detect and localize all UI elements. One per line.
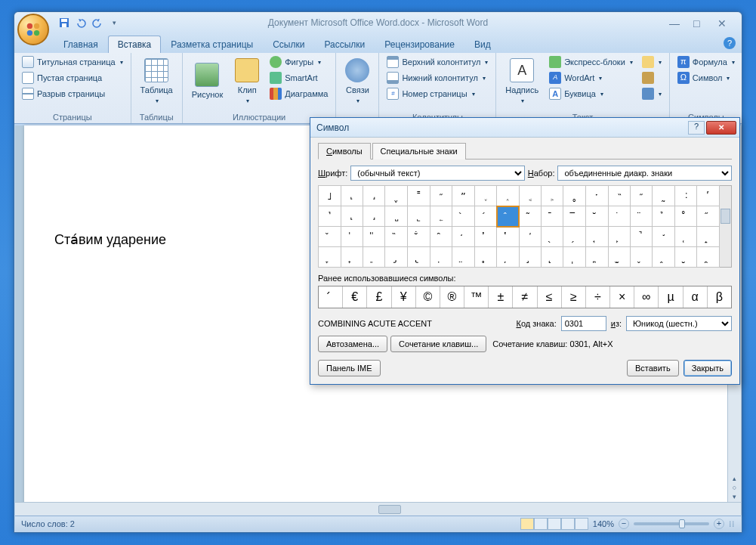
blank-page-button[interactable]: Пустая страница: [19, 70, 126, 85]
symbol-cell[interactable]: ̛: [653, 227, 675, 247]
symbol-cell[interactable]: ̀: [452, 206, 475, 227]
next-icon[interactable]: ▾: [733, 493, 736, 500]
shapes-button[interactable]: Фигуры▾: [267, 54, 331, 70]
word-count[interactable]: Число слов: 2: [21, 519, 75, 528]
symbol-cell[interactable]: ˑ: [586, 186, 608, 206]
recent-symbol-cell[interactable]: ≥: [562, 286, 586, 308]
picture-button[interactable]: Рисунок: [187, 54, 228, 107]
zoom-knob[interactable]: [679, 519, 685, 528]
tab-pagelayout[interactable]: Разметка страницы: [161, 36, 263, 53]
symbol-cell[interactable]: ̆: [586, 206, 608, 227]
symbol-cell[interactable]: ̞: [319, 247, 341, 268]
symbol-cell[interactable]: ̑: [430, 227, 452, 247]
symbol-cell[interactable]: ̔: [497, 227, 519, 247]
symbol-cell[interactable]: ̧: [519, 247, 541, 268]
symbol-cell[interactable]: ̡: [385, 247, 408, 268]
links-button[interactable]: Связи▾: [341, 54, 374, 107]
office-button[interactable]: [17, 14, 49, 45]
symbol-cell[interactable]: ˶: [631, 186, 653, 206]
symbol-cell[interactable]: ˬ: [385, 186, 408, 206]
resize-grip-icon[interactable]: ⁞⁞: [729, 519, 735, 529]
recent-symbol-cell[interactable]: €: [343, 286, 367, 308]
ime-panel-button[interactable]: Панель IME: [318, 360, 381, 376]
symbol-cell[interactable]: ˹: [697, 186, 720, 206]
symbol-cell[interactable]: ̈: [631, 206, 653, 227]
recent-symbol-cell[interactable]: ©: [416, 286, 440, 308]
symbol-button[interactable]: ΩСимвол▾: [674, 70, 738, 85]
symbol-cell[interactable]: ˽: [385, 206, 408, 227]
cover-page-button[interactable]: Титульная страница▾: [19, 54, 126, 70]
horizontal-scrollbar[interactable]: [15, 502, 741, 516]
symbol-cell[interactable]: ̥: [474, 247, 496, 268]
tab-references[interactable]: Ссылки: [263, 36, 314, 53]
tab-special[interactable]: Специальные знаки: [372, 143, 466, 159]
recent-symbol-cell[interactable]: ¥: [392, 286, 416, 308]
dialog-titlebar[interactable]: Символ ? ✕: [310, 118, 739, 138]
recent-symbol-cell[interactable]: µ: [659, 286, 683, 308]
tab-home[interactable]: Главная: [54, 36, 108, 53]
view-outline[interactable]: [561, 518, 575, 530]
symbol-cell[interactable]: ̜: [675, 227, 697, 247]
symbol-cell[interactable]: ̘: [586, 227, 608, 247]
symbol-cell[interactable]: ˾: [407, 206, 430, 227]
browse-object-icon[interactable]: ○: [733, 484, 736, 491]
symbol-cell[interactable]: ˼: [363, 206, 384, 227]
view-draft[interactable]: [575, 518, 588, 530]
symbol-cell[interactable]: ˰: [497, 186, 519, 206]
close-dialog-button[interactable]: Закрыть: [683, 360, 732, 376]
recent-symbol-cell[interactable]: β: [708, 286, 731, 308]
tab-view[interactable]: Вид: [464, 36, 501, 53]
symbol-cell[interactable]: ̮: [675, 247, 697, 268]
prev-icon[interactable]: ▴: [733, 475, 736, 482]
recent-symbol-cell[interactable]: α: [683, 286, 708, 308]
recent-symbol-cell[interactable]: £: [367, 286, 391, 308]
symbol-cell[interactable]: ̢: [407, 247, 430, 268]
symbol-cell[interactable]: ˭: [407, 186, 430, 206]
symbol-cell[interactable]: ̓: [474, 227, 496, 247]
symbol-cell[interactable]: ̕: [519, 227, 541, 247]
view-full-reading[interactable]: [534, 518, 548, 530]
zoom-in-button[interactable]: +: [714, 519, 724, 529]
symbol-cell[interactable]: ̉: [653, 206, 675, 227]
tab-symbols[interactable]: Символы: [318, 143, 371, 159]
smartart-button[interactable]: SmartArt: [267, 70, 331, 85]
header-button[interactable]: Верхний колонтитул▾: [384, 54, 491, 70]
clip-button[interactable]: Клип▾: [230, 54, 264, 107]
dropcap-button[interactable]: AБуквица▾: [546, 86, 636, 101]
char-code-input[interactable]: [561, 316, 606, 331]
symbol-cell[interactable]: ̙: [608, 227, 630, 247]
zoom-out-button[interactable]: −: [619, 519, 629, 529]
symbol-cell[interactable]: ̐: [407, 227, 430, 247]
symbol-cell[interactable]: ̨: [542, 247, 563, 268]
symbol-cell[interactable]: ̅: [563, 206, 586, 227]
symbol-cell[interactable]: ˮ: [452, 186, 475, 206]
symbol-cell[interactable]: ̟: [341, 247, 363, 268]
symbol-cell[interactable]: ˸: [675, 186, 697, 206]
symbol-cell[interactable]: ̫: [608, 247, 630, 268]
wordart-button[interactable]: AWordArt▾: [546, 70, 636, 85]
symbol-cell[interactable]: ̯: [697, 247, 720, 268]
symbol-cell[interactable]: ˼: [363, 186, 384, 206]
symbol-cell[interactable]: ̏: [385, 227, 408, 247]
quickparts-button[interactable]: Экспресс-блоки▾: [546, 54, 636, 70]
symbol-cell[interactable]: ˿: [430, 206, 452, 227]
subset-combo[interactable]: объединенные диакр. знаки: [557, 166, 732, 181]
symbol-cell[interactable]: ˷: [653, 186, 675, 206]
symbol-cell[interactable]: ˳: [563, 186, 586, 206]
tab-review[interactable]: Рецензирование: [375, 36, 464, 53]
symbol-cell[interactable]: ˻: [341, 206, 363, 227]
symbol-cell[interactable]: ̂: [497, 206, 519, 227]
symbol-cell[interactable]: ̌: [319, 227, 341, 247]
symbol-cell[interactable]: ̤: [452, 247, 475, 268]
symbol-cell[interactable]: ̋: [697, 206, 720, 227]
symbol-cell[interactable]: ̚: [631, 227, 653, 247]
symbol-cell[interactable]: ̠: [363, 247, 384, 268]
undo-icon[interactable]: [73, 15, 88, 30]
zoom-level[interactable]: 140%: [593, 519, 614, 528]
recent-symbol-cell[interactable]: ÷: [586, 286, 610, 308]
symbol-cell[interactable]: ̭: [653, 247, 675, 268]
dialog-help-button[interactable]: ?: [688, 121, 705, 135]
recent-symbol-cell[interactable]: ®: [440, 286, 464, 308]
font-combo[interactable]: (обычный текст): [350, 166, 525, 181]
symbol-cell[interactable]: ̣: [430, 247, 452, 268]
